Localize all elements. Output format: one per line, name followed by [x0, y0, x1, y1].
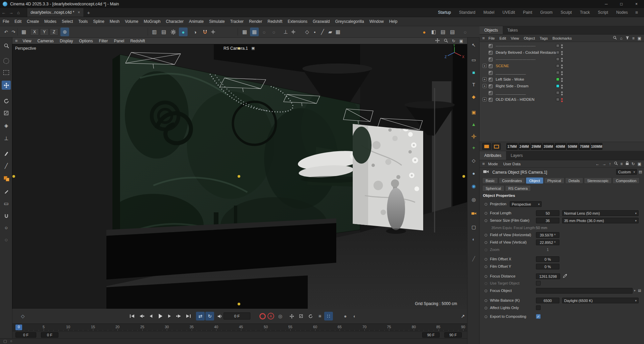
- menu-tools[interactable]: Tools: [76, 19, 90, 24]
- play-button[interactable]: [156, 312, 164, 320]
- search-icon[interactable]: [614, 161, 618, 166]
- loop-mode-icon[interactable]: ⇄: [196, 312, 205, 320]
- menu-character[interactable]: Character: [163, 19, 186, 24]
- timeline-ruler[interactable]: 0 5 10 15 20 25 30 35 40 45 50 55 60 65 …: [12, 324, 467, 331]
- om-menu-file[interactable]: File: [486, 36, 497, 40]
- menu-volume[interactable]: Volume: [122, 19, 141, 24]
- affect-lights-checkbox[interactable]: [536, 305, 541, 310]
- keyframe-selection-icon[interactable]: ◎: [276, 312, 285, 320]
- keyframe-dot-icon[interactable]: [485, 219, 487, 222]
- spline-pen-icon[interactable]: [2, 149, 11, 158]
- viewport-view-label[interactable]: Perspective: [15, 46, 36, 51]
- visibility-dots-icon[interactable]: [561, 50, 563, 56]
- workplane-icon[interactable]: ▦: [19, 28, 28, 36]
- sensor-size-field[interactable]: 36: [536, 218, 559, 223]
- axis-y-toggle[interactable]: Y: [40, 28, 49, 36]
- mograph-icon[interactable]: ▣: [469, 108, 478, 117]
- redo-icon[interactable]: ↷: [10, 28, 17, 36]
- focal-length-field[interactable]: 50: [536, 210, 559, 216]
- guide-lock-icon[interactable]: ○: [269, 28, 278, 36]
- snap-settings-icon[interactable]: [209, 28, 217, 36]
- document-tab[interactable]: dearlybelov...ncept.c4d * ×: [27, 8, 84, 17]
- primitive-cube-icon[interactable]: [2, 174, 11, 183]
- menu-graswald[interactable]: Graswald: [310, 19, 333, 24]
- preview-start-field[interactable]: 0 F: [41, 332, 58, 338]
- joint-icon[interactable]: ◆: [469, 92, 478, 101]
- menu-create[interactable]: Create: [24, 19, 42, 24]
- focus-distance-field[interactable]: 1261.5298: [536, 273, 560, 279]
- viewport-3d-scene[interactable]: Y Z X: [12, 44, 467, 309]
- next-frame-icon[interactable]: [165, 312, 174, 320]
- viewport-menu-display[interactable]: Display: [57, 39, 76, 43]
- previous-frame-icon[interactable]: [147, 312, 155, 320]
- capture-icon[interactable]: ○: [461, 28, 469, 36]
- menu-extensions[interactable]: Extensions: [285, 19, 310, 24]
- object-row[interactable]: Dearly Beloved - Cocktail Restaurant: [480, 49, 644, 56]
- home-icon[interactable]: ⌂: [620, 36, 622, 41]
- object-row[interactable]: + SCENE: [480, 63, 644, 70]
- volume-icon[interactable]: +: [469, 143, 478, 152]
- om-menu-tags[interactable]: Tags: [537, 36, 550, 40]
- undo-icon[interactable]: ↶: [3, 28, 9, 36]
- om-menu-object[interactable]: Object: [522, 36, 537, 40]
- cube-icon[interactable]: ■: [469, 68, 478, 77]
- layer-color-chip[interactable]: [556, 51, 559, 54]
- preview-range-bar[interactable]: 0 F 0 F 90 F 90 F: [12, 331, 467, 338]
- history-forward-icon[interactable]: →: [602, 162, 606, 166]
- knife-tool-icon[interactable]: [2, 187, 11, 196]
- record-scale-icon[interactable]: [297, 312, 305, 320]
- focus-object-menu-icon[interactable]: ▤: [638, 289, 641, 292]
- white-balance-dropdown[interactable]: Daylight (6500 K)▾: [562, 298, 639, 303]
- expand-icon[interactable]: +: [483, 64, 487, 68]
- tab-basic[interactable]: Basic: [482, 177, 498, 184]
- back-icon[interactable]: ←: [0, 10, 7, 15]
- layer-color-chip-green[interactable]: [556, 78, 559, 81]
- menu-modes[interactable]: Modes: [42, 19, 59, 24]
- visibility-dots-icon[interactable]: [561, 71, 563, 76]
- om-menu-edit[interactable]: Edit: [497, 36, 508, 40]
- spline-icon[interactable]: ◇: [469, 156, 478, 165]
- expand-icon[interactable]: +: [483, 77, 487, 81]
- white-balance-field[interactable]: 6500: [536, 298, 559, 303]
- keyframe-dot-icon[interactable]: [485, 203, 487, 206]
- layout-tab-groom[interactable]: Groom: [536, 10, 557, 15]
- tab-objects[interactable]: Objects: [480, 26, 503, 34]
- next-key-icon[interactable]: [175, 312, 183, 320]
- solo-off-icon[interactable]: ●: [341, 312, 350, 320]
- object-row[interactable]: -------------------------------: [480, 43, 644, 49]
- layer-color-chip-cyan[interactable]: [556, 84, 559, 88]
- keyframe-dot-icon[interactable]: [485, 315, 487, 318]
- uv-mode-icon[interactable]: ▦: [334, 28, 342, 36]
- keyframe-dot-icon[interactable]: [485, 275, 487, 278]
- visibility-dots-icon[interactable]: [561, 57, 563, 62]
- home-icon[interactable]: ⌂: [15, 10, 22, 15]
- film-offset-x-field[interactable]: 0 %: [536, 256, 559, 262]
- focal-preset-75mm[interactable]: 75MM: [579, 143, 590, 150]
- new-panel-icon[interactable]: ▣: [638, 162, 641, 166]
- focal-preset-100mm[interactable]: 100MM: [591, 143, 602, 150]
- object-row[interactable]: + OLD IDEAS - HIDDEN: [480, 96, 644, 103]
- field-icon[interactable]: ◉: [469, 181, 478, 190]
- layer-color-chip[interactable]: [556, 71, 559, 74]
- material-sphere-icon[interactable]: ◑: [191, 28, 199, 36]
- expand-icon[interactable]: +: [483, 84, 487, 88]
- focal-preset-24mm[interactable]: 24MM: [518, 143, 530, 150]
- menu-animate[interactable]: Animate: [186, 19, 206, 24]
- render-state-icon[interactable]: ○: [10, 339, 12, 343]
- object-row[interactable]: + Right Side - Dream: [480, 83, 644, 90]
- scene-black-bar[interactable]: [106, 218, 336, 309]
- fov-vertical-field[interactable]: 22.8952 °: [536, 240, 559, 245]
- expand-timeline-icon[interactable]: ↗: [458, 312, 467, 320]
- record-rotation-icon[interactable]: [306, 312, 315, 320]
- panel-icon[interactable]: ▣: [638, 36, 641, 41]
- menu-tracker[interactable]: Tracker: [228, 19, 246, 24]
- mode-menu[interactable]: Mode: [486, 162, 501, 166]
- layout-tab-script[interactable]: Script: [594, 10, 612, 15]
- menu-spline[interactable]: Spline: [90, 19, 107, 24]
- keyframe-dot-icon[interactable]: [485, 299, 487, 302]
- modeling-settings-icon[interactable]: [289, 28, 298, 36]
- record-pla-icon[interactable]: ∷: [324, 312, 333, 320]
- object-row[interactable]: + Left Side - Woke: [480, 76, 644, 83]
- layer-color-chip[interactable]: [556, 64, 559, 68]
- rotate-view-icon[interactable]: ↻: [452, 39, 455, 43]
